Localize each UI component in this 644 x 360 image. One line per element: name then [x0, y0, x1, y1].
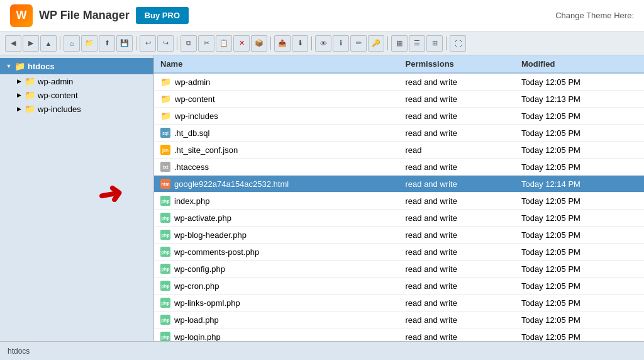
- upload-button[interactable]: ⬆: [99, 35, 115, 52]
- php-icon: php: [160, 315, 170, 325]
- fullscreen-button[interactable]: ⛶: [450, 35, 466, 52]
- file-name: wp-cron.php: [174, 281, 219, 291]
- file-table: Name Permissions Modified 📁 wp-admin rea…: [154, 55, 644, 341]
- forward-button[interactable]: ▶: [23, 35, 39, 52]
- file-modified: Today 12:05 PM: [515, 108, 644, 125]
- toolbar-sep-5: [311, 37, 312, 50]
- file-name: wp-includes: [175, 111, 218, 121]
- file-permissions: read and write: [399, 278, 516, 295]
- file-permissions: read and write: [399, 295, 516, 312]
- grid-view-button[interactable]: ▦: [391, 35, 408, 52]
- delete-button[interactable]: ✕: [233, 35, 250, 52]
- file-permissions: read and write: [399, 193, 516, 210]
- copy-button[interactable]: ⧉: [180, 35, 197, 52]
- paste-button[interactable]: 📋: [216, 35, 232, 52]
- sidebar-item-wp-admin[interactable]: ▶ 📁 wp-admin: [0, 74, 153, 88]
- save-button[interactable]: 💾: [116, 35, 133, 52]
- undo-button[interactable]: ↩: [140, 35, 156, 52]
- file-modified: Today 12:14 PM: [515, 176, 644, 193]
- root-folder-icon: 📁: [14, 61, 25, 71]
- file-name: wp-config.php: [174, 264, 225, 274]
- php-icon: php: [160, 264, 170, 274]
- view-button[interactable]: 👁: [315, 35, 331, 52]
- file-name-cell: 📁 wp-includes: [154, 108, 399, 125]
- status-bar: htdocs: [0, 341, 644, 360]
- file-permissions: read and write: [399, 73, 516, 91]
- json-icon: jsn: [160, 145, 170, 155]
- file-modified: Today 12:05 PM: [515, 159, 644, 176]
- file-name-cell: php wp-config.php: [154, 261, 399, 278]
- table-row[interactable]: php wp-comments-post.php read and write …: [154, 244, 644, 261]
- table-row[interactable]: jsn .ht_site_conf.json read Today 12:05 …: [154, 142, 644, 159]
- php-icon: php: [160, 247, 170, 257]
- sql-icon: sql: [160, 128, 170, 138]
- file-name: wp-links-opml.php: [174, 298, 240, 308]
- sidebar: ▼ 📁 htdocs ▶ 📁 wp-admin ▶ 📁 wp-content ▶…: [0, 55, 154, 341]
- col-permissions: Permissions: [399, 55, 516, 73]
- file-permissions: read and write: [399, 261, 516, 278]
- table-row[interactable]: php index.php read and write Today 12:05…: [154, 193, 644, 210]
- table-row[interactable]: php wp-links-opml.php read and write Tod…: [154, 295, 644, 312]
- file-name: wp-comments-post.php: [174, 247, 259, 257]
- file-modified: Today 12:05 PM: [515, 73, 644, 91]
- info-button[interactable]: ℹ: [333, 35, 349, 52]
- php-icon: php: [160, 196, 170, 206]
- file-name: .ht_db.sql: [174, 128, 209, 138]
- cut-button[interactable]: ✂: [198, 35, 214, 52]
- file-name-cell: php wp-load.php: [154, 312, 399, 329]
- table-row[interactable]: php wp-login.php read and write Today 12…: [154, 329, 644, 342]
- arrow-icon: ▶: [15, 91, 23, 99]
- file-name: wp-activate.php: [174, 213, 231, 223]
- file-name: wp-content: [175, 94, 215, 104]
- file-name: wp-login.php: [174, 332, 221, 342]
- table-row[interactable]: php wp-load.php read and write Today 12:…: [154, 312, 644, 329]
- table-row[interactable]: php wp-cron.php read and write Today 12:…: [154, 278, 644, 295]
- file-permissions: read and write: [399, 227, 516, 244]
- file-modified: Today 12:05 PM: [515, 193, 644, 210]
- file-modified: Today 12:05 PM: [515, 329, 644, 342]
- file-name-cell: php wp-activate.php: [154, 210, 399, 227]
- php-icon: php: [160, 281, 170, 291]
- list-view-button[interactable]: ☰: [409, 35, 425, 52]
- header: W WP File Manager Buy PRO Change Theme H…: [0, 0, 644, 31]
- file-name: index.php: [174, 196, 209, 206]
- sidebar-item-wp-content[interactable]: ▶ 📁 wp-content: [0, 88, 153, 102]
- app-title: WP File Manager: [39, 9, 130, 22]
- archive-button[interactable]: 📦: [251, 35, 267, 52]
- toolbar-sep-7: [446, 37, 447, 50]
- columns-view-button[interactable]: ⊞: [426, 35, 443, 52]
- file-modified: Today 12:05 PM: [515, 312, 644, 329]
- arrow-icon: ▶: [15, 105, 23, 113]
- back-button[interactable]: ◀: [5, 35, 21, 52]
- change-theme-label: Change Theme Here:: [555, 11, 634, 20]
- table-row[interactable]: txt .htaccess read and write Today 12:05…: [154, 159, 644, 176]
- root-arrow-icon: ▼: [5, 62, 13, 70]
- sidebar-root-htdocs[interactable]: ▼ 📁 htdocs: [0, 58, 153, 74]
- new-folder-button[interactable]: 📁: [81, 35, 97, 52]
- sidebar-item-label: wp-content: [38, 91, 78, 100]
- table-row[interactable]: 📁 wp-content read and write Today 12:13 …: [154, 91, 644, 108]
- download-button[interactable]: ⬇: [292, 35, 308, 52]
- up-button[interactable]: ▲: [40, 35, 57, 52]
- toolbar-sep-4: [270, 37, 271, 50]
- extract-button[interactable]: 📤: [274, 35, 291, 52]
- php-icon: php: [160, 298, 170, 308]
- file-panel: Name Permissions Modified 📁 wp-admin rea…: [154, 55, 644, 341]
- redo-button[interactable]: ↪: [157, 35, 174, 52]
- table-row[interactable]: 📁 wp-admin read and write Today 12:05 PM: [154, 73, 644, 91]
- home-button[interactable]: ⌂: [64, 35, 80, 52]
- table-row[interactable]: php wp-config.php read and write Today 1…: [154, 261, 644, 278]
- permissions-button[interactable]: 🔑: [368, 35, 384, 52]
- file-name-cell: php index.php: [154, 193, 399, 210]
- file-permissions: read and write: [399, 125, 516, 142]
- sidebar-item-label: wp-admin: [38, 77, 73, 86]
- table-row[interactable]: sql .ht_db.sql read and write Today 12:0…: [154, 125, 644, 142]
- table-row[interactable]: htm google922a74a154ac2532.html read and…: [154, 176, 644, 193]
- table-row[interactable]: php wp-blog-header.php read and write To…: [154, 227, 644, 244]
- edit-button[interactable]: ✏: [350, 35, 367, 52]
- toolbar: ◀ ▶ ▲ ⌂ 📁 ⬆ 💾 ↩ ↪ ⧉ ✂ 📋 ✕ 📦 📤 ⬇ 👁 ℹ ✏ 🔑 …: [0, 31, 644, 55]
- buy-pro-button[interactable]: Buy PRO: [136, 7, 189, 24]
- table-row[interactable]: php wp-activate.php read and write Today…: [154, 210, 644, 227]
- sidebar-item-wp-includes[interactable]: ▶ 📁 wp-includes: [0, 102, 153, 116]
- table-row[interactable]: 📁 wp-includes read and write Today 12:05…: [154, 108, 644, 125]
